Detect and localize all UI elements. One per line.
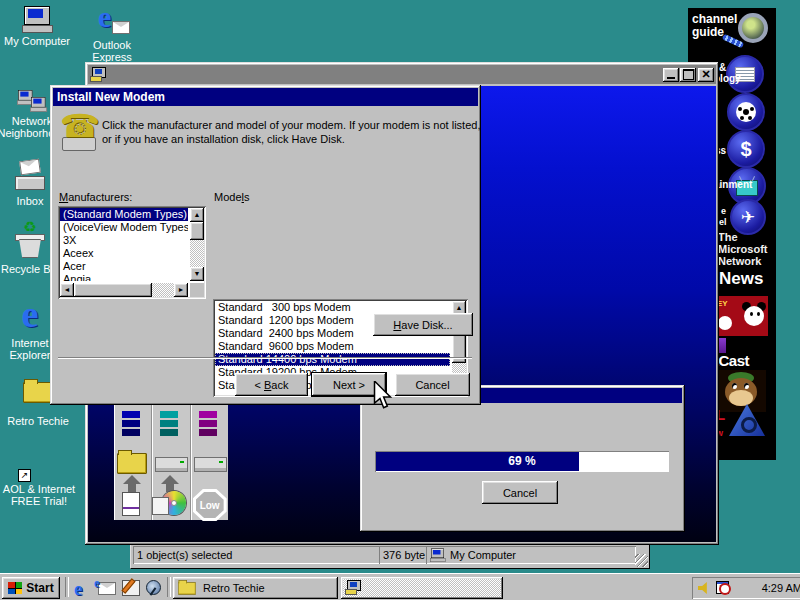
separator xyxy=(58,357,472,359)
list-item[interactable]: Aceex xyxy=(60,247,188,260)
back-button[interactable]: < Back xyxy=(235,373,308,396)
soccer-ball-icon xyxy=(736,102,756,122)
channel-disney[interactable]: EY xyxy=(714,296,768,336)
dialog-title-bar[interactable]: Install New Modem xyxy=(53,88,478,106)
magnifier-icon[interactable] xyxy=(738,13,768,43)
quicklaunch-outlook-express[interactable]: e xyxy=(98,582,116,597)
list-item[interactable]: (Standard Modem Types) xyxy=(60,208,188,221)
mail-icon xyxy=(98,582,116,595)
channel-travel-label: e xyxy=(721,206,726,216)
taskbar: Start e e Retro Techie 30 4:29 AM xyxy=(0,573,800,600)
list-item[interactable]: (VoiceView Modem Types) xyxy=(60,221,188,234)
status-location: My Computer xyxy=(426,546,636,564)
dialog-title: Install New Modem xyxy=(57,90,165,104)
cancel-button[interactable]: Cancel xyxy=(395,373,470,396)
maximize-button[interactable] xyxy=(680,68,696,82)
taskbar-task-retro-techie[interactable]: Retro Techie xyxy=(173,577,338,599)
desktop-icon-label: Inbox xyxy=(17,195,44,207)
recycle-bin-icon: ♻ xyxy=(15,220,45,260)
status-size: 376 byte xyxy=(379,546,427,564)
desktop: My Computer e Outlook Express Network Ne… xyxy=(0,0,800,600)
taskbar-task-modem-installer[interactable] xyxy=(341,577,503,599)
desktop-icon-label: AOL & Internet xyxy=(3,483,75,495)
folder-icon xyxy=(23,382,53,403)
channel-travel-label: el xyxy=(719,217,727,227)
document-icon xyxy=(122,492,140,516)
close-button[interactable]: ✕ xyxy=(698,68,714,82)
quicklaunch-internet-explorer[interactable]: e xyxy=(74,578,82,600)
scroll-down-button[interactable]: ▼ xyxy=(190,267,204,281)
installer-title-bar[interactable]: ✕ xyxy=(88,65,716,84)
list-item[interactable]: Angia xyxy=(60,273,188,281)
dollar-icon: $ xyxy=(740,138,751,161)
billboard-bars-teal xyxy=(160,411,178,436)
list-item[interactable]: Standard 9600 bps Modem xyxy=(215,340,450,353)
airplane-icon: ✈ xyxy=(741,207,755,228)
desktop-icon-outlook-express[interactable]: e Outlook Express xyxy=(80,4,144,63)
desktop-icon-label: Internet xyxy=(11,337,48,349)
quicklaunch-show-desktop[interactable] xyxy=(122,580,140,596)
scroll-thumb[interactable] xyxy=(190,222,204,240)
progress-percent-label: 69 % xyxy=(375,451,669,472)
network-neighborhood-icon xyxy=(17,90,47,112)
scroll-up-button[interactable]: ▲ xyxy=(190,208,204,222)
channel-travel[interactable]: ✈ xyxy=(730,199,766,235)
channel-msn[interactable]: The Microsoft Network xyxy=(718,231,768,267)
folder-icon xyxy=(178,582,196,595)
progress-dialog: 69 % Cancel xyxy=(360,385,685,532)
quicklaunch-view-channels[interactable] xyxy=(145,579,161,595)
channel-guide-label[interactable]: channel guide xyxy=(692,13,737,39)
folder-icon xyxy=(117,453,147,474)
desktop-icon-aol-free-trial[interactable]: ↗ AOL & Internet FREE Trial! xyxy=(0,444,78,507)
outlook-express-icon: e xyxy=(96,4,128,36)
mouse-cursor xyxy=(373,381,392,410)
manufacturers-listbox[interactable]: (Standard Modem Types) (VoiceView Modem … xyxy=(58,206,206,299)
desktop-icon-label: Retro Techie xyxy=(7,415,69,427)
taskbar-separator xyxy=(65,577,69,597)
system-tray: 30 4:29 AM xyxy=(692,577,800,599)
scroll-thumb[interactable] xyxy=(74,283,152,297)
status-selection: 1 object(s) selected xyxy=(133,546,380,564)
channel-sports[interactable] xyxy=(727,93,765,131)
floppy-icon xyxy=(152,497,169,515)
start-button[interactable]: Start xyxy=(2,577,60,599)
horizontal-scrollbar[interactable]: ◄ ► xyxy=(60,283,188,297)
list-item[interactable]: 3X xyxy=(60,234,188,247)
task-scheduler-icon[interactable]: 30 xyxy=(716,581,731,595)
up-arrow-icon xyxy=(123,475,141,484)
list-item-selected[interactable]: Standard 14400 bps Modem xyxy=(215,353,450,366)
internet-explorer-icon: e xyxy=(22,294,39,334)
billboard-bars-purple xyxy=(199,411,217,436)
volume-icon[interactable] xyxy=(698,582,711,594)
channel-news[interactable]: News xyxy=(719,269,763,289)
mickey-face-icon xyxy=(744,306,764,326)
explorer-status-bar: 1 object(s) selected 376 byte My Compute… xyxy=(130,541,650,569)
modem-window-icon xyxy=(90,67,106,83)
up-arrow-icon xyxy=(161,475,179,484)
billboard-bars-blue xyxy=(122,411,140,436)
install-new-modem-dialog: Install New Modem ☎ Click the manufactur… xyxy=(50,85,481,405)
telephone-icon: ☎ xyxy=(60,115,98,151)
desktop-icon-my-computer[interactable]: My Computer xyxy=(2,6,72,47)
models-label: Models xyxy=(214,191,249,203)
vertical-scrollbar[interactable]: ▲ ▼ xyxy=(190,208,204,281)
channel-pointcast[interactable]: tCast xyxy=(714,352,749,369)
aol-icon: ↗ xyxy=(20,444,58,480)
resize-grip[interactable] xyxy=(635,554,648,567)
scroll-left-button[interactable]: ◄ xyxy=(60,283,74,297)
my-computer-icon xyxy=(22,6,52,32)
inbox-icon xyxy=(15,156,45,192)
aol-swirl-icon xyxy=(741,417,757,433)
low-sign: Low xyxy=(193,489,227,521)
channel-business[interactable]: $ xyxy=(727,130,765,168)
clock[interactable]: 4:29 AM xyxy=(736,582,800,594)
minimize-button[interactable] xyxy=(663,68,679,82)
pencil-icon xyxy=(121,578,135,593)
have-disk-button[interactable]: Have Disk... xyxy=(373,313,473,336)
list-item[interactable]: Acer xyxy=(60,260,188,273)
channel-entertainment-label: ainment xyxy=(714,180,752,190)
progress-cancel-button[interactable]: Cancel xyxy=(482,481,558,504)
manufacturers-label: Manufacturers: xyxy=(59,191,132,203)
drive-icon xyxy=(194,457,227,472)
scroll-right-button[interactable]: ► xyxy=(174,283,188,297)
